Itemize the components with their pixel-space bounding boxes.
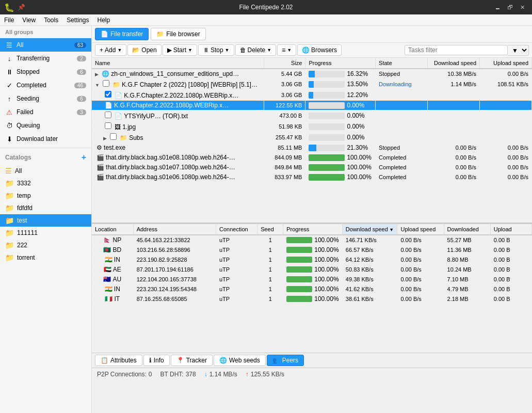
tab-info[interactable]: ℹ Info [143,355,170,366]
close-button[interactable]: ✕ [517,3,528,12]
table-row[interactable]: ▼ 📁 K.G.F Chapter 2 (2022) [1080p] [WEBR… [92,79,532,90]
col-name[interactable]: Name [92,58,264,69]
catalog-item-test[interactable]: 📁 test [0,214,91,227]
sidebar-item-stopped[interactable]: ⏸ Stopped 6 [0,65,91,78]
sidebar-item-seeding[interactable]: ↑ Seeding 6 [0,92,91,105]
menu-file[interactable]: File [0,15,18,25]
catalog-item-fdfdfd[interactable]: 📁 fdfdfd [0,202,91,214]
country-code: IT [115,295,120,303]
col-progress[interactable]: Progress [305,58,376,69]
open-button[interactable]: 📂 Open [127,44,161,56]
flag-icon: 🇮🇳 [105,285,112,293]
list-item[interactable]: 🇧🇩 BD 103.216.56.28:58896 uTP 1 100.00% … [92,245,532,255]
tab-web-seeds[interactable]: 🌐 Web seeds [214,355,266,366]
catalogs-header: Catalogs + [0,150,91,165]
progress-bar-wrap [309,102,345,109]
table-row[interactable]: 📄 K.G.F.Chapter.2.2022.1080p.WEBRip.x… 1… [92,101,532,110]
maximize-button[interactable]: 🗗 [504,3,515,12]
list-item[interactable]: 🇦🇪 AE 87.201.170.194:61186 uTP 1 100.00%… [92,265,532,275]
table-row[interactable]: ⚙ test.exe 85.11 MB 21.30% Stopped 0.00 … [92,143,532,153]
row-checkbox[interactable] [103,80,109,87]
file-transfer-icon: 📄 [101,30,108,38]
list-item[interactable]: 🇮🇹 IT 87.16.255.68:65085 uTP 1 100.00% 3… [92,294,532,304]
peer-col-seed[interactable]: Seed [257,224,283,235]
menu-help[interactable]: Help [93,15,115,25]
peer-upload: 0.00 B [490,245,531,255]
list-item[interactable]: 🇮🇳 IN 223.230.124.195:54348 uTP 1 100.00… [92,284,532,294]
table-row[interactable]: 📄 YTSYifyUP… (TOR).txt 473.00 B 0.00% [92,110,532,121]
menu-view[interactable]: View [18,15,40,25]
start-label: Start [173,46,186,54]
list-item[interactable]: 🇮🇳 IN 223.190.82.9:25828 uTP 1 100.00% 6… [92,255,532,265]
expand-arrow[interactable]: ▼ [95,83,100,88]
stop-button[interactable]: ⏸ Stop ▼ [198,44,234,56]
catalog-item-111111[interactable]: 📁 111111 [0,227,91,239]
peer-col-progress[interactable]: Progress [283,224,343,235]
tab-attributes[interactable]: 📋 Attributes [95,355,142,366]
sidebar-item-all[interactable]: ☰ All 63 [0,38,91,52]
table-row[interactable]: 📄 K.G.F.Chapter.2.2022.1080p.WEBRip.x… 3… [92,90,532,101]
browsers-label: Browsers [311,46,337,54]
table-row[interactable]: ▶ 🌐 zh-cn_windows_11_consumer_editions_u… [92,69,532,79]
col-size[interactable]: Size [264,58,305,69]
row-checkbox[interactable] [105,122,111,129]
menu-settings[interactable]: Settings [62,15,93,25]
more-button[interactable]: ≡ ▼ [277,44,296,56]
peer-col-location[interactable]: Location [92,224,133,235]
table-row[interactable]: 🎬 that.dirty.black.bag.s01e06.1080p.web.… [92,172,532,182]
start-arrow-icon: ▼ [188,47,192,53]
status-ul-speed: ↑ 125.55 KB/s [246,371,284,378]
add-button[interactable]: + Add ▼ [95,44,126,56]
row-checkbox[interactable] [105,91,111,98]
minimize-button[interactable]: 🗕 [492,3,503,12]
col-state[interactable]: State [376,58,428,69]
tab-file-transfer[interactable]: 📄 File transfer [95,28,149,40]
table-row[interactable]: ▶ 📁 Subs 255.47 KB 0.00% [92,132,532,143]
table-row[interactable]: 🎬 that.dirty.black.bag.s01e07.1080p.web.… [92,163,532,172]
peer-col-ul-speed[interactable]: Upload speed [397,224,444,235]
sidebar-item-queuing[interactable]: ⏱ Queuing [0,119,91,132]
tab-peers[interactable]: 👥 Peers [267,355,304,366]
add-catalog-button[interactable]: + [82,153,86,162]
row-checkbox[interactable] [110,133,117,140]
peer-col-address[interactable]: Address [133,224,216,235]
completed-icon: ✓ [5,81,13,89]
sidebar-item-failed[interactable]: ⚠ Failed 3 [0,105,91,119]
col-dl-speed[interactable]: Download speed [428,58,480,69]
tab-file-browser[interactable]: 📁 File browser [151,28,205,40]
menu-tools[interactable]: Tools [40,15,62,25]
flag-icon: 🇧🇩 [103,246,111,253]
tasks-filter-select[interactable]: ▼ [508,45,529,56]
peer-col-dl-speed[interactable]: Download speed [342,224,397,235]
table-row[interactable]: 🖼 1.jpg 51.98 KB 0.00% [92,121,532,132]
sidebar-item-transferring[interactable]: ↓ Transferring 2 [0,52,91,65]
tab-tracker[interactable]: 📍 Tracker [171,355,213,366]
peer-col-upload[interactable]: Upload [490,224,531,235]
peer-ul-speed: 0.00 B/s [397,235,444,245]
start-button[interactable]: ▶ Start ▼ [163,44,197,56]
peer-downloaded: 2.18 MB [444,294,490,304]
peer-col-connection[interactable]: Connection [216,224,257,235]
expand-arrow[interactable]: ▶ [95,72,99,77]
tasks-filter-input[interactable] [405,45,508,55]
peer-col-downloaded[interactable]: Downloaded [444,224,490,235]
cell-size: 3.06 GB [264,90,305,101]
sidebar-item-download-later[interactable]: ⬇ Download later [0,132,91,146]
expand-arrow[interactable]: ▶ [103,136,107,141]
peer-progress-bar [286,266,312,273]
col-ul-speed[interactable]: Upload speed [480,58,532,69]
row-checkbox[interactable] [105,112,111,118]
table-row[interactable]: 🎬 that.dirty.black.bag.s01e08.1080p.web.… [92,153,532,163]
catalog-item-torrent[interactable]: 📁 torrent [0,251,91,264]
flag-icon: 🇦🇺 [103,276,111,283]
catalog-item-all[interactable]: ☰ All [0,165,91,177]
catalog-item-3332[interactable]: 📁 3332 [0,177,91,189]
sidebar-item-completed[interactable]: ✓ Completed 46 [0,78,91,92]
more-icon: ≡ [282,46,285,54]
catalog-item-222[interactable]: 📁 222 [0,239,91,251]
delete-button[interactable]: 🗑 Delete ▼ [235,44,277,56]
list-item[interactable]: 🇦🇺 AU 122.104.200.165:37738 uTP 1 100.00… [92,275,532,284]
catalog-item-temp[interactable]: 📁 temp [0,189,91,202]
list-item[interactable]: 🇳🇵 NP 45.64.163.221:33822 uTP 1 100.00% … [92,235,532,245]
browsers-button[interactable]: 🌐 Browsers [297,44,342,56]
